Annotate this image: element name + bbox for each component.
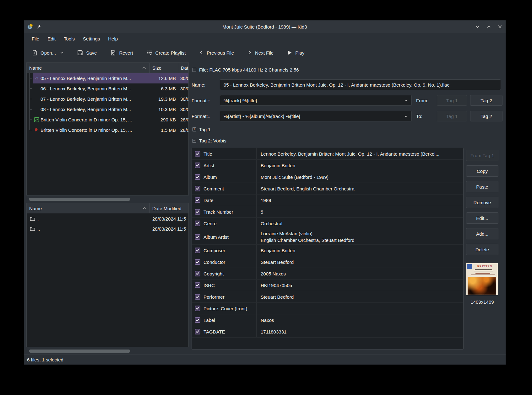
file-name: 05 - Lennox Berkeley, Benjamin Britten M… xyxy=(41,76,149,81)
create-playlist-button[interactable]: Create Playlist xyxy=(143,47,189,58)
album-cover-thumbnail[interactable]: BRITTEN xyxy=(466,263,498,295)
field-value[interactable] xyxy=(257,303,463,314)
naxos-logo xyxy=(467,264,472,269)
minimize-button[interactable] xyxy=(475,24,480,29)
field-value[interactable]: 2005 Naxos xyxy=(257,268,463,279)
field-value[interactable]: Steuart Bedford, English Chamber Orchest… xyxy=(257,183,463,194)
format-from-filename-combobox[interactable]: %{track} %{title} xyxy=(220,95,412,106)
to-tag2-button[interactable]: Tag 2 xyxy=(470,111,502,121)
field-checkbox[interactable] xyxy=(195,197,200,203)
field-value[interactable]: Mont Juic Suite (Bedford - 1989) xyxy=(257,171,463,183)
from-tag1-button[interactable]: Tag 1 xyxy=(437,95,467,106)
field-checkbox[interactable] xyxy=(195,151,200,157)
file-row[interactable]: 08 - Lennox Berkeley, Benjamin Britten M… xyxy=(27,104,188,115)
field-value[interactable]: Benjamin Britten xyxy=(257,245,463,256)
file-list-header-date[interactable]: Dat xyxy=(179,63,188,73)
close-button[interactable] xyxy=(497,24,502,29)
field-checkbox[interactable] xyxy=(195,306,200,311)
filename-input[interactable] xyxy=(220,79,501,90)
from-tag2-button[interactable]: Tag 2 xyxy=(470,95,502,106)
tag-field-row: Copyright 2005 Naxos xyxy=(192,268,463,280)
tag2-field-table: Title Lennox Berkeley, Benjamin Britten:… xyxy=(192,148,464,350)
menu-item[interactable]: File xyxy=(28,34,43,43)
field-value[interactable]: Steuart Bedford xyxy=(257,291,463,302)
field-value[interactable]: Naxos xyxy=(257,314,463,326)
tag-action-button[interactable]: Paste xyxy=(466,181,498,192)
revert-button[interactable]: Revert xyxy=(107,47,136,58)
file-list-header-size[interactable]: Size xyxy=(149,63,179,73)
field-checkbox[interactable] xyxy=(195,174,200,180)
field-checkbox[interactable] xyxy=(195,294,200,300)
field-checkbox[interactable] xyxy=(195,317,200,323)
tag-action-button[interactable]: Copy xyxy=(466,165,498,177)
save-button[interactable]: Save xyxy=(74,47,100,58)
next-file-button[interactable]: Next File xyxy=(244,48,277,58)
file-row[interactable]: 07 - Lennox Berkeley, Benjamin Britten M… xyxy=(27,94,188,104)
field-value[interactable]: Orchestral xyxy=(257,218,463,229)
directory-list-header-date[interactable]: Date Modified xyxy=(149,203,188,213)
chevron-down-icon xyxy=(404,114,408,118)
menu-item[interactable]: Tools xyxy=(60,34,79,43)
field-checkbox[interactable] xyxy=(195,186,200,191)
field-name: Copyright xyxy=(204,271,224,276)
play-button[interactable]: Play xyxy=(284,47,307,58)
previous-file-button[interactable]: Previous File xyxy=(196,48,237,58)
tag-action-button[interactable]: Add... xyxy=(466,228,498,239)
tag-action-button[interactable]: From Tag 1 xyxy=(466,150,498,161)
directory-row[interactable]: . 28/03/2024 11:5 xyxy=(27,214,188,224)
app-icon[interactable] xyxy=(27,24,33,30)
field-value[interactable]: Lorraine McAslan (violin) English Chambe… xyxy=(257,229,463,244)
pin-icon[interactable] xyxy=(36,24,41,29)
tree-branch xyxy=(27,104,32,115)
directory-list-header-name[interactable]: Name xyxy=(27,203,149,213)
menu-item[interactable]: Edit xyxy=(43,34,60,43)
field-value[interactable]: Lennox Berkeley, Benjamin Britten: Mont … xyxy=(257,148,463,159)
tag-action-button[interactable]: Edit... xyxy=(466,212,498,224)
file-list-header-name[interactable]: Name xyxy=(27,63,149,73)
directory-row[interactable]: .. 28/03/2024 11:5 xyxy=(27,224,188,234)
field-value[interactable]: HKI190470505 xyxy=(257,280,463,291)
to-tag1-button[interactable]: Tag 1 xyxy=(437,111,467,121)
kid3-window: Mont Juic Suite (Bedford - 1989) — Kid3 … xyxy=(24,20,506,365)
title-bar[interactable]: Mont Juic Suite (Bedford - 1989) — Kid3 xyxy=(24,20,506,33)
field-checkbox[interactable] xyxy=(195,221,200,226)
tag-action-button[interactable]: Delete xyxy=(466,244,498,255)
to-label: To: xyxy=(416,114,434,119)
file-row[interactable]: 06 - Lennox Berkeley, Benjamin Britten M… xyxy=(27,83,188,94)
field-value[interactable]: 5 xyxy=(257,206,463,217)
field-value[interactable]: 1711803331 xyxy=(257,326,463,337)
field-checkbox[interactable] xyxy=(195,329,200,334)
field-name: Album Artist xyxy=(204,234,229,240)
field-name: TAGDATE xyxy=(204,329,225,334)
menu-bar: FileEditToolsSettingsHelp xyxy=(24,33,506,44)
field-checkbox[interactable] xyxy=(195,248,200,253)
field-checkbox[interactable] xyxy=(195,234,200,240)
field-checkbox[interactable] xyxy=(195,259,200,265)
scrollbar-thumb[interactable] xyxy=(29,198,130,201)
menu-item[interactable]: Help xyxy=(104,34,122,43)
format-to-filename-combobox[interactable]: %{artist} - %{album}/%{track} %{title} xyxy=(220,111,412,121)
field-checkbox[interactable] xyxy=(195,163,200,168)
scrollbar-thumb[interactable] xyxy=(29,350,130,353)
field-checkbox[interactable] xyxy=(195,271,200,276)
field-name: Title xyxy=(204,151,212,157)
field-value[interactable]: 1989 xyxy=(257,195,463,206)
field-value[interactable]: Benjamin Britten xyxy=(257,160,463,171)
field-value[interactable]: Steuart Bedford xyxy=(257,256,463,268)
cover-title: BRITTEN xyxy=(473,265,497,268)
expand-icon[interactable]: + xyxy=(192,127,196,131)
file-row[interactable]: Britten Violin Concerto in D minor Op. 1… xyxy=(27,125,188,135)
tag-action-button[interactable]: Remove xyxy=(466,197,498,208)
status-text: 6 files, 1 selected xyxy=(27,357,63,362)
file-row[interactable]: v2 05 - L xyxy=(27,73,188,83)
menu-item[interactable]: Settings xyxy=(79,34,104,43)
field-checkbox[interactable] xyxy=(195,282,200,288)
open-dropdown-chevron[interactable] xyxy=(60,51,64,55)
maximize-button[interactable] xyxy=(486,24,491,29)
open-button[interactable]: Open... xyxy=(28,47,67,58)
collapse-icon[interactable]: − xyxy=(192,139,196,143)
file-row[interactable]: Britten Violin Concerto in D minor Op. 1… xyxy=(27,115,188,125)
collapse-icon[interactable]: − xyxy=(192,68,196,72)
field-checkbox[interactable] xyxy=(195,209,200,215)
field-name: Genre xyxy=(204,221,217,226)
